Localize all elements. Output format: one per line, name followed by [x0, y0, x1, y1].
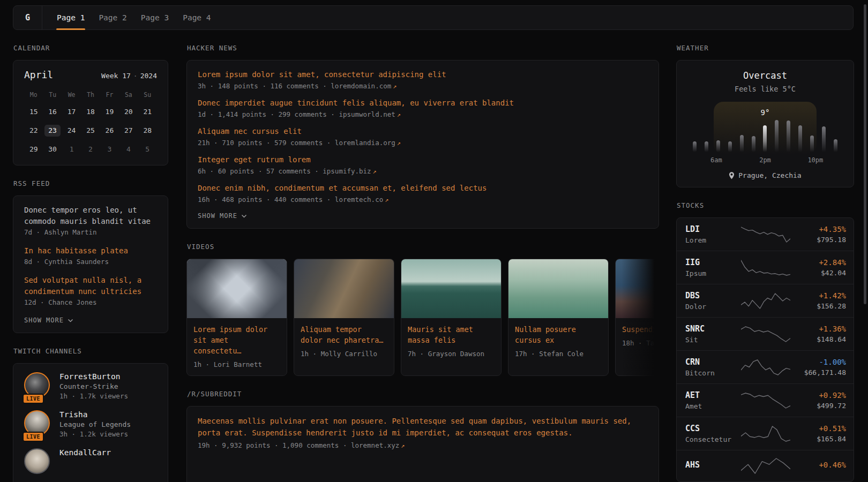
stock-row[interactable]: DBS Dolor +1.42% $156.28	[677, 284, 854, 317]
item-meta-text: 19h · 9,932 points · 1,090 comments · lo…	[198, 441, 399, 449]
page-tab-label: Page 2	[99, 13, 126, 22]
hackernews-item-meta: 3h · 148 points · 116 comments · loremdo…	[198, 82, 648, 90]
rss-show-more-button[interactable]: SHOW MORE	[24, 315, 73, 325]
video-card[interactable]: Suspendisse diam 18h · Tara	[615, 259, 659, 376]
video-thumbnail	[616, 259, 659, 318]
channel-name: Trisha	[59, 410, 131, 419]
hackernews-item-title[interactable]: Donec imperdiet augue tincidunt felis al…	[198, 97, 514, 108]
external-link-icon: ↗	[385, 196, 388, 204]
hackernews-item-title[interactable]: Aliquam nec cursus elit	[198, 126, 302, 137]
page-tab-label: Page 3	[141, 13, 169, 22]
weather-hourly-chart: 9°	[691, 102, 839, 152]
page-tabs: Page 1 Page 2 Page 3 Page 4	[42, 6, 218, 29]
page-scrollbar[interactable]	[864, 4, 866, 304]
calendar-day-name: We	[62, 91, 81, 99]
stock-row[interactable]: LDI Lorem +4.35% $795.18	[677, 218, 854, 251]
calendar-date: 5	[139, 144, 155, 155]
stock-name: Bitcorn	[685, 369, 741, 377]
external-link-icon: ↗	[401, 442, 405, 449]
twitch-channel-row[interactable]: LIVE ForrestBurton Counter-Strike 1h · 1…	[24, 372, 157, 400]
subreddit-post-meta: 19h · 9,932 points · 1,090 comments · lo…	[198, 441, 648, 449]
hackernews-item: Donec enim nibh, condimentum et accumsan…	[198, 183, 648, 204]
calendar-week-year: Week 17·2024	[101, 72, 157, 80]
hackernews-item-title[interactable]: Donec enim nibh, condimentum et accumsan…	[198, 183, 487, 193]
twitch-channel-row[interactable]: LIVE Trisha League of Legends 3h · 1.2k …	[24, 410, 157, 438]
page-tab-label: Page 1	[57, 13, 85, 22]
stock-values: +2.84% $42.04	[790, 258, 846, 277]
rss-item-meta: 7d · Ashlyn Martin	[24, 228, 157, 236]
stock-id: DBS Dolor	[685, 291, 741, 311]
rss-card: Donec tempor eros leo, ut commodo mauris…	[13, 195, 168, 333]
page-tab[interactable]: Page 2	[92, 6, 133, 29]
page-tab[interactable]: Page 3	[134, 6, 176, 29]
video-author: 7h · Grayson Dawson	[408, 350, 495, 358]
stock-ticker: LDI	[685, 224, 741, 234]
video-card[interactable]: Nullam posuere cursus ex 17h · Stefan Co…	[508, 259, 609, 376]
channel-avatar	[24, 448, 50, 474]
stock-sparkline	[741, 225, 790, 244]
stock-ticker: IIG	[685, 258, 741, 267]
video-thumbnail	[294, 259, 394, 318]
right-column: WEATHER Overcast Feels like 5°C 9° 6am2p…	[676, 41, 854, 482]
stock-sparkline	[741, 391, 790, 410]
page-tab[interactable]: Page 4	[176, 6, 218, 29]
calendar-date: 3	[101, 144, 117, 155]
rss-item-title[interactable]: Donec tempor eros leo, ut commodo mauris…	[24, 205, 157, 227]
video-author: 17h · Stefan Cole	[515, 350, 602, 358]
stock-row[interactable]: CCS Consectetur +0.51% $165.84	[677, 417, 854, 450]
subreddit-widget: /R/SUBREDDIT Maecenas mollis pulvinar er…	[186, 390, 659, 482]
video-card[interactable]: Aliquam tempor dolor nec pharetra… 1h · …	[294, 259, 394, 376]
weather-bar	[810, 135, 814, 152]
video-card[interactable]: Mauris sit amet massa felis 7h · Grayson…	[401, 259, 502, 376]
video-card-body: Aliquam tempor dolor nec pharetra… 1h · …	[294, 318, 394, 365]
calendar-date: 24	[64, 125, 80, 137]
channel-name: KendallCarr	[59, 448, 111, 457]
stock-name: Consectetur	[685, 435, 741, 443]
rss-item-title[interactable]: In hac habitasse platea	[24, 245, 157, 257]
subreddit-post-title[interactable]: Maecenas mollis pulvinar erat non posuer…	[198, 415, 648, 439]
calendar-date: 30	[44, 144, 61, 155]
hackernews-show-more-button[interactable]: SHOW MORE	[198, 211, 247, 221]
stock-change-percent: +4.35%	[790, 225, 846, 234]
rss-item-title[interactable]: Sed volutpat nulla nisl, a condimentum n…	[24, 275, 157, 297]
video-card[interactable]: Lorem ipsum dolor sit amet consectetu… 1…	[186, 259, 287, 376]
middle-column: HACKER NEWS Lorem ipsum dolor sit amet, …	[186, 41, 659, 482]
stock-change-percent: -1.00%	[790, 358, 846, 366]
stock-change-percent: +0.46%	[790, 461, 846, 469]
hackernews-item: Donec imperdiet augue tincidunt felis al…	[198, 97, 648, 118]
calendar-date: 2	[83, 144, 99, 155]
stock-row[interactable]: AET Amet +0.92% $499.72	[677, 383, 854, 417]
stock-row[interactable]: AHS +0.46%	[677, 450, 854, 481]
stock-row[interactable]: IIG Ipsum +2.84% $42.04	[677, 251, 854, 284]
stock-name: Ipsum	[685, 269, 741, 277]
stock-sparkline	[741, 425, 790, 443]
stock-row[interactable]: CRN Bitcorn -1.00% $66,171.48	[677, 350, 854, 383]
calendar-day-name: Sa	[119, 91, 138, 99]
video-card-body: Nullam posuere cursus ex 17h · Stefan Co…	[508, 318, 608, 365]
weather-bar	[834, 139, 837, 152]
hackernews-item: Lorem ipsum dolor sit amet, consectetur …	[198, 69, 648, 90]
video-title: Nullam posuere cursus ex	[515, 324, 602, 345]
subreddit-card: Maecenas mollis pulvinar erat non posuer…	[186, 406, 659, 482]
video-thumbnail	[187, 259, 287, 318]
stock-id: IIG Ipsum	[685, 258, 741, 277]
video-card-body: Lorem ipsum dolor sit amet consectetu… 1…	[187, 318, 287, 375]
stock-change-percent: +1.36%	[790, 325, 846, 333]
weather-bar	[705, 141, 708, 152]
stock-id: AHS	[685, 460, 741, 472]
stock-values: +0.46%	[790, 461, 846, 471]
stock-sparkline	[741, 457, 790, 475]
page-tab[interactable]: Page 1	[50, 6, 92, 29]
stock-price: $795.18	[790, 236, 846, 244]
hackernews-item-title[interactable]: Lorem ipsum dolor sit amet, consectetur …	[198, 69, 446, 80]
app-logo[interactable]: G	[13, 6, 42, 29]
weather-widget: WEATHER Overcast Feels like 5°C 9° 6am2p…	[676, 44, 854, 187]
hackernews-item-title[interactable]: Integer eget rutrum lorem	[198, 154, 311, 165]
twitch-channel-row[interactable]: KendallCarr	[24, 448, 157, 474]
calendar-day-name: Fr	[100, 91, 119, 99]
weather-location: Prague, Czechia	[685, 171, 845, 179]
calendar-day-name: Th	[81, 91, 100, 99]
stock-row[interactable]: SNRC Sit +1.36% $148.64	[677, 317, 854, 350]
calendar-date: 4	[121, 144, 137, 155]
calendar-day-name: Mo	[24, 91, 43, 99]
